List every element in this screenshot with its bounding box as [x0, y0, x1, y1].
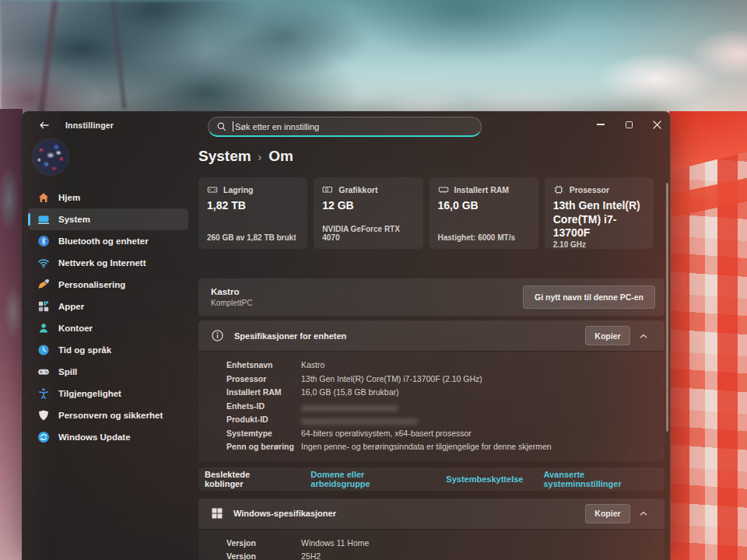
storage-icon	[207, 184, 218, 195]
maximize-icon	[626, 121, 633, 128]
sidebar-item-bluetooth[interactable]: Bluetooth og enheter	[28, 230, 188, 252]
windows-specs-body: VersjonWindows 11 Home Versjon25H2	[198, 530, 665, 560]
text-cursor	[233, 121, 233, 131]
spec-row: Penn og berøringIngen penne- og berøring…	[226, 440, 657, 454]
sidebar-item-label: Bluetooth og enheter	[58, 236, 149, 246]
link-domain-workgroup[interactable]: Domene eller arbeidsgruppe	[310, 470, 426, 488]
bluetooth-icon	[37, 235, 50, 247]
sidebar-item-label: Nettverk og Internett	[58, 258, 146, 268]
window-controls	[587, 111, 671, 138]
personalization-icon	[37, 278, 50, 291]
sidebar-item-label: System	[58, 215, 90, 224]
settings-window: Innstillinger Søk etter en innstilling	[22, 111, 671, 560]
search-icon	[216, 121, 227, 132]
card-ram[interactable]: Installert RAM 16,0 GB Hastighet: 6000 M…	[430, 177, 538, 249]
card-detail: 2.10 GHz	[553, 240, 645, 249]
apps-icon	[37, 300, 50, 313]
sidebar-item-kontoer[interactable]: Kontoer	[28, 317, 188, 339]
device-specs-body: EnhetsnavnKastro Prosessor13th Gen Intel…	[198, 352, 665, 461]
sidebar-item-hjem[interactable]: Hjem	[28, 187, 188, 208]
device-specs-header[interactable]: Spesifikasjoner for enheten Kopier	[198, 320, 665, 352]
sidebar-item-tid-og-sprak[interactable]: Tid og språk	[28, 339, 188, 361]
sidebar-item-windows-update[interactable]: Windows Update	[28, 426, 188, 448]
windows-logo-icon	[211, 507, 223, 520]
link-advanced-system-settings[interactable]: Avanserte systeminnstillinger	[543, 470, 665, 488]
spec-row: VersjonWindows 11 Home	[226, 537, 657, 551]
sidebar-item-apper[interactable]: Apper	[28, 296, 188, 317]
breadcrumb-separator-icon: ›	[258, 151, 262, 163]
maximize-button[interactable]	[615, 111, 643, 138]
spec-row: Versjon25H2	[226, 550, 657, 560]
back-arrow-icon	[38, 119, 51, 131]
sidebar-item-spill[interactable]: Spill	[28, 361, 188, 383]
spec-row: Prosessor13th Gen Intel(R) Core(TM) i7-1…	[226, 373, 657, 387]
minimize-button[interactable]	[587, 111, 615, 138]
sidebar-nav: Hjem System B	[28, 187, 188, 448]
avatar[interactable]	[33, 139, 68, 175]
spec-row: Systemtype64-biters operativsystem, x64-…	[226, 427, 657, 441]
card-gpu[interactable]: Grafikkort 12 GB NVIDIA GeForce RTX 4070	[314, 177, 423, 249]
gaming-icon	[37, 366, 50, 378]
back-button[interactable]	[33, 115, 56, 135]
link-system-protection[interactable]: Systembeskyttelse	[446, 474, 523, 484]
sidebar: Hjem System B	[22, 139, 198, 560]
device-name: Kastro	[211, 286, 252, 298]
minimize-icon	[597, 124, 605, 124]
page-title: Om	[268, 148, 293, 165]
windows-specs-section: Windows-spesifikasjoner Kopier VersjonWi…	[198, 499, 665, 560]
info-icon	[211, 329, 224, 342]
sidebar-item-label: Hjem	[58, 193, 80, 202]
sidebar-item-system[interactable]: System	[28, 208, 188, 230]
wallpaper-torii-gate	[669, 111, 747, 560]
rename-pc-button[interactable]: Gi nytt navn til denne PC-en	[523, 285, 655, 309]
card-detail: NVIDIA GeForce RTX 4070	[322, 225, 414, 242]
spec-row: EnhetsnavnKastro	[226, 359, 657, 373]
sidebar-item-personalisering[interactable]: Personalisering	[28, 274, 188, 296]
card-cpu[interactable]: Prosessor 13th Gen Intel(R) Core(TM) i7-…	[545, 177, 654, 249]
accounts-icon	[37, 322, 50, 334]
selected-indicator	[28, 213, 30, 226]
copy-button[interactable]: Kopier	[585, 326, 630, 345]
sidebar-item-label: Kontoer	[58, 324, 93, 333]
window-title: Innstillinger	[65, 121, 114, 130]
spec-row: Installert RAM16,0 GB (15,8 GB brukbar)	[226, 386, 657, 400]
breadcrumb-parent[interactable]: System	[198, 148, 251, 165]
sidebar-item-label: Tilgjengelighet	[58, 389, 121, 398]
chevron-up-icon	[638, 508, 649, 519]
gpu-icon	[322, 184, 333, 195]
home-icon	[37, 191, 50, 204]
device-name-row: Kastro KomplettPC Gi nytt navn til denne…	[198, 278, 665, 316]
search-placeholder: Søk etter en innstilling	[235, 122, 319, 131]
sidebar-item-nettverk[interactable]: Nettverk og Internett	[28, 252, 188, 274]
sidebar-item-tilgjengelighet[interactable]: Tilgjengelighet	[28, 383, 188, 404]
related-links-title: Beslektede koblinger	[205, 470, 290, 488]
sidebar-item-label: Apper	[58, 302, 84, 311]
collapse-button[interactable]	[630, 326, 657, 345]
section-title: Spesifikasjoner for enheten	[234, 331, 346, 341]
close-button[interactable]	[643, 111, 671, 138]
device-manufacturer: KomplettPC	[211, 298, 252, 308]
collapse-button[interactable]	[630, 504, 657, 523]
cpu-icon	[553, 184, 564, 195]
spec-row: Enhets-ID	[226, 400, 657, 414]
sidebar-item-label: Personvern og sikkerhet	[58, 411, 163, 420]
windows-update-icon	[37, 431, 50, 443]
wallpaper-trees	[0, 0, 514, 123]
card-title: Installert RAM	[454, 185, 510, 194]
copy-button[interactable]: Kopier	[585, 504, 630, 523]
sidebar-item-label: Personalisering	[58, 280, 125, 289]
related-links-row: Beslektede koblinger Domene eller arbeid…	[198, 467, 665, 491]
scrollbar[interactable]	[666, 183, 668, 432]
card-title: Lagring	[223, 185, 254, 194]
breadcrumb: System › Om	[198, 148, 665, 165]
card-value: 16,0 GB	[438, 199, 530, 213]
sidebar-item-personvern[interactable]: Personvern og sikkerhet	[28, 404, 188, 426]
card-storage[interactable]: Lagring 1,82 TB 260 GB av 1,82 TB brukt	[198, 177, 307, 249]
system-icon	[37, 213, 50, 226]
sidebar-item-label: Spill	[58, 367, 77, 376]
card-value: 13th Gen Intel(R) Core(TM) i7-13700F	[553, 199, 645, 240]
search-input[interactable]: Søk etter en innstilling	[208, 117, 482, 137]
sidebar-item-label: Windows Update	[58, 432, 131, 442]
windows-specs-header[interactable]: Windows-spesifikasjoner Kopier	[198, 499, 665, 530]
ram-icon	[438, 184, 449, 195]
